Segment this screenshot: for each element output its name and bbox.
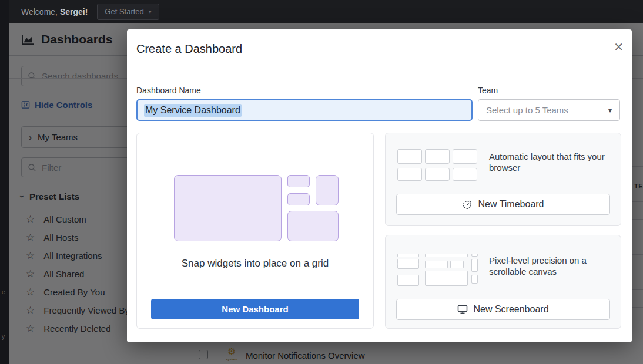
chevron-down-icon: ▾ — [608, 106, 612, 114]
rail-text-fragment: e — [2, 289, 5, 295]
welcome-prefix: Welcome, — [21, 7, 58, 16]
screen: e y Welcome, Sergei! Get Started ▾ Dashb… — [0, 0, 643, 364]
get-started-button[interactable]: Get Started ▾ — [97, 4, 159, 20]
get-started-label: Get Started — [105, 7, 143, 16]
modal-title: Create a Dashboard — [136, 42, 242, 56]
screenboard-caption: Pixel-level precision on a scrollable ca… — [489, 255, 617, 277]
new-timeboard-label: New Timeboard — [478, 199, 544, 210]
topbar: Welcome, Sergei! Get Started ▾ — [9, 0, 643, 23]
new-screenboard-label: New Screenboard — [473, 304, 548, 315]
grid-dashboard-card: Snap widgets into place on a grid New Da… — [136, 133, 374, 329]
welcome-text: Welcome, Sergei! — [21, 7, 88, 16]
rail-text-fragment: y — [2, 333, 5, 340]
monitor-icon — [457, 305, 468, 314]
new-screenboard-button[interactable]: New Screenboard — [396, 299, 610, 320]
team-label: Team — [478, 86, 498, 95]
new-timeboard-button[interactable]: New Timeboard — [396, 194, 610, 215]
chevron-down-icon: ▾ — [149, 8, 152, 15]
timeboard-caption: Automatic layout that fits your browser — [489, 151, 617, 173]
stopwatch-icon — [462, 199, 473, 210]
dashboard-name-label: Dashboard Name — [136, 86, 201, 95]
screenboard-illustration — [397, 253, 479, 287]
grid-card-caption: Snap widgets into place on a grid — [137, 258, 373, 269]
screenboard-card: Pixel-level precision on a scrollable ca… — [385, 235, 621, 329]
welcome-username: Sergei! — [60, 7, 88, 16]
modal-header: Create a Dashboard ✕ — [127, 29, 632, 69]
create-dashboard-modal: Create a Dashboard ✕ Dashboard Name My S… — [127, 29, 632, 342]
team-select[interactable]: Select up to 5 Teams ▾ — [478, 99, 620, 121]
dashboard-name-input[interactable]: My Service Dashboard — [136, 99, 473, 121]
timeboard-card: Automatic layout that fits your browser … — [385, 133, 621, 226]
left-nav-rail: e y — [0, 0, 9, 364]
team-select-placeholder: Select up to 5 Teams — [486, 105, 568, 115]
close-icon[interactable]: ✕ — [614, 41, 624, 53]
new-dashboard-button[interactable]: New Dashboard — [151, 299, 359, 319]
selected-text: My Service Dashboard — [144, 104, 242, 117]
